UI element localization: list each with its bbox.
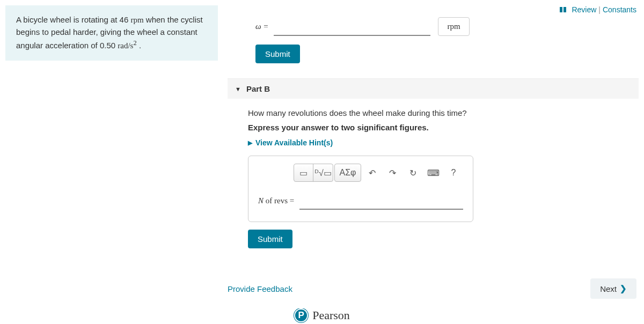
nrevs-input[interactable] <box>299 192 463 210</box>
problem-statement: A bicycle wheel is rotating at 46 rpm wh… <box>5 5 218 61</box>
omega-input[interactable] <box>274 18 430 36</box>
unit-box[interactable]: rpm <box>438 17 469 36</box>
help-tool[interactable]: ? <box>444 164 463 181</box>
part-b-question: How many revolutions does the wheel make… <box>248 108 618 117</box>
chevron-right-icon: ❯ <box>620 284 627 293</box>
equation-toolbar: ▭ ᴰ√▭ ΑΣφ ↶ ↷ ↻ ⌨ ? <box>258 164 463 182</box>
radical-tool[interactable]: ᴰ√▭ <box>313 164 333 181</box>
pearson-logo: P Pearson <box>294 308 350 322</box>
reset-tool[interactable]: ↻ <box>403 164 422 181</box>
answer-input-panel: ▭ ᴰ√▭ ΑΣφ ↶ ↷ ↻ ⌨ ? N of revs = <box>248 156 473 222</box>
view-hints-link[interactable]: ▶ View Available Hint(s) <box>248 138 618 147</box>
part-a-answer-row: ω = rpm <box>255 17 639 36</box>
provide-feedback-link[interactable]: Provide Feedback <box>228 284 292 293</box>
next-button[interactable]: Next ❯ <box>590 278 636 299</box>
keyboard-tool[interactable]: ⌨ <box>423 164 443 181</box>
undo-tool[interactable]: ↶ <box>362 164 382 181</box>
submit-button-a[interactable]: Submit <box>255 45 300 63</box>
nrevs-label: N of revs = <box>258 196 294 205</box>
chevron-right-icon: ▶ <box>248 139 252 146</box>
pearson-badge-icon: P <box>294 308 308 322</box>
chevron-down-icon: ▼ <box>235 86 241 92</box>
part-b-instruction: Express your answer to two significant f… <box>248 123 618 132</box>
part-b-title: Part B <box>246 84 270 93</box>
review-link[interactable]: Review <box>572 5 596 14</box>
greek-tool[interactable]: ΑΣφ <box>335 164 361 181</box>
top-links: Review | Constants <box>560 5 636 14</box>
template-tool[interactable]: ▭ <box>294 164 313 181</box>
submit-button-b[interactable]: Submit <box>248 230 292 248</box>
constants-link[interactable]: Constants <box>603 5 636 14</box>
redo-tool[interactable]: ↷ <box>383 164 402 181</box>
part-b-header[interactable]: ▼ Part B <box>228 78 639 99</box>
book-icon <box>560 7 566 12</box>
omega-label: ω = <box>255 22 268 31</box>
